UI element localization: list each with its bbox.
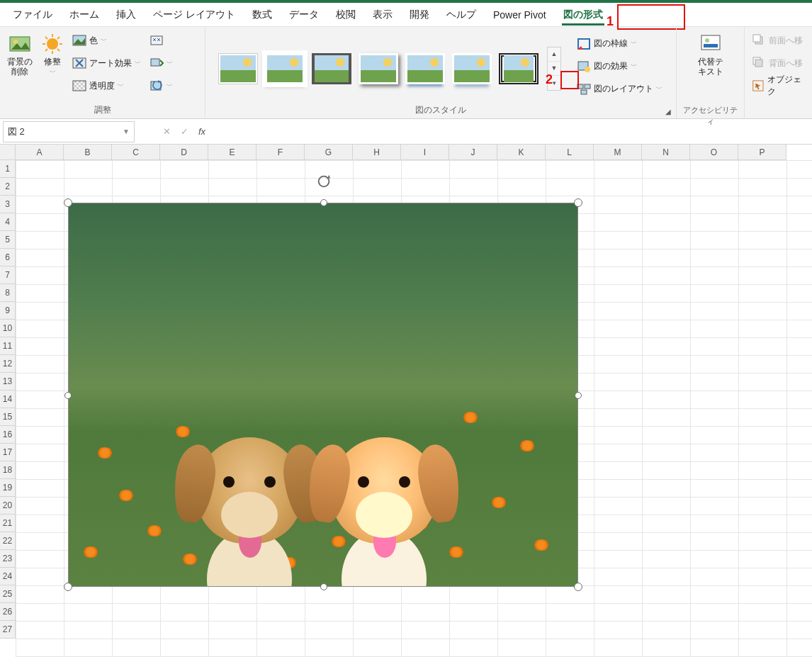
tab-power-pivot[interactable]: Power Pivot	[485, 5, 555, 25]
column-header[interactable]: M	[594, 145, 642, 160]
column-header[interactable]: D	[160, 145, 208, 160]
name-box-dropdown-icon[interactable]: ▼	[123, 128, 130, 135]
tab-developer[interactable]: 開発	[401, 4, 438, 26]
row-header[interactable]: 12	[0, 355, 16, 373]
row-header[interactable]: 18	[0, 461, 16, 479]
handle-n[interactable]	[320, 199, 327, 206]
tab-formulas[interactable]: 数式	[244, 4, 281, 26]
tab-view[interactable]: 表示	[364, 4, 401, 26]
column-header[interactable]: I	[401, 145, 449, 160]
column-header[interactable]: N	[642, 145, 690, 160]
row-header[interactable]: 9	[0, 302, 16, 320]
style-thumb-5[interactable]	[405, 53, 445, 84]
row-header[interactable]: 20	[0, 497, 16, 515]
row-header[interactable]: 13	[0, 373, 16, 391]
alt-text-icon	[699, 33, 722, 55]
row-header[interactable]: 6	[0, 249, 16, 266]
alt-text-label: 代替テ キスト	[698, 57, 723, 77]
handle-se[interactable]	[574, 583, 582, 591]
styles-launcher-icon[interactable]: ◢	[665, 108, 674, 116]
row-header[interactable]: 27	[0, 621, 16, 639]
row-header[interactable]: 23	[0, 550, 16, 568]
picture-border-button[interactable]: 図の枠線﹀	[574, 33, 665, 55]
tab-help[interactable]: ヘルプ	[438, 4, 485, 26]
row-header[interactable]: 3	[0, 196, 16, 213]
transparency-button[interactable]: 透明度﹀	[69, 75, 144, 96]
row-header[interactable]: 19	[0, 479, 16, 497]
reset-picture-button[interactable]: ﹀	[147, 75, 176, 96]
tab-data[interactable]: データ	[281, 4, 327, 26]
handle-s[interactable]	[320, 583, 327, 590]
column-header[interactable]: B	[64, 145, 112, 160]
picture-layout-button[interactable]: 図のレイアウト﹀	[574, 79, 665, 100]
select-all-corner[interactable]	[0, 145, 16, 160]
selection-pane-button[interactable]: オブジェク	[749, 75, 808, 96]
column-header[interactable]: K	[497, 145, 546, 160]
row-header[interactable]: 15	[0, 408, 16, 426]
style-thumb-3[interactable]	[312, 53, 351, 84]
handle-w[interactable]	[64, 392, 72, 399]
column-header[interactable]: E	[208, 145, 256, 160]
color-button[interactable]: 色﹀	[69, 30, 144, 51]
compress-pictures-button[interactable]	[147, 30, 176, 51]
row-header[interactable]: 1	[0, 160, 16, 178]
picture-effects-button[interactable]: 図の効果﹀	[574, 56, 665, 77]
column-header[interactable]: G	[305, 145, 353, 160]
column-header[interactable]: J	[449, 145, 497, 160]
style-thumb-1[interactable]	[218, 53, 258, 84]
row-header[interactable]: 16	[0, 426, 16, 444]
row-header[interactable]: 24	[0, 568, 16, 585]
fx-icon[interactable]: fx	[198, 126, 205, 137]
handle-ne[interactable]	[574, 198, 582, 207]
cancel-edit-icon[interactable]: ✕	[163, 126, 171, 137]
gallery-scroll-up[interactable]: ▲	[548, 47, 560, 62]
handle-nw[interactable]	[64, 198, 72, 207]
column-header[interactable]: P	[738, 145, 786, 160]
remove-background-button[interactable]: 背景の 削除	[4, 30, 35, 79]
row-header[interactable]: 7	[0, 266, 16, 284]
tab-review[interactable]: 校閲	[327, 4, 364, 26]
row-header[interactable]: 21	[0, 515, 16, 532]
row-header[interactable]: 14	[0, 391, 16, 408]
row-header[interactable]: 10	[0, 320, 16, 337]
column-header[interactable]: C	[112, 145, 160, 160]
style-thumb-7[interactable]	[499, 53, 538, 84]
style-thumb-2[interactable]	[265, 53, 305, 84]
tab-insert[interactable]: 挿入	[108, 4, 145, 26]
handle-sw[interactable]	[64, 583, 72, 591]
column-header[interactable]: F	[256, 145, 305, 160]
column-header[interactable]: H	[353, 145, 401, 160]
inserted-picture[interactable]	[68, 203, 578, 587]
confirm-edit-icon[interactable]: ✓	[181, 126, 188, 137]
rotate-handle[interactable]	[316, 174, 332, 189]
row-header[interactable]: 25	[0, 585, 16, 603]
change-picture-button[interactable]: ﹀	[147, 52, 176, 74]
row-header[interactable]: 5	[0, 231, 16, 249]
row-header[interactable]: 26	[0, 603, 16, 621]
style-thumb-6[interactable]	[452, 53, 492, 84]
send-backward-button[interactable]: 背面へ移	[749, 52, 808, 74]
alt-text-button[interactable]: 代替テ キスト	[695, 30, 726, 79]
tab-file[interactable]: ファイル	[4, 4, 61, 26]
style-thumb-4[interactable]	[359, 53, 398, 84]
bring-forward-button[interactable]: 前面へ移	[749, 30, 808, 51]
handle-e[interactable]	[575, 392, 582, 399]
column-header[interactable]: L	[546, 145, 594, 160]
formula-input[interactable]	[211, 121, 809, 142]
row-header[interactable]: 4	[0, 213, 16, 231]
column-header[interactable]: O	[690, 145, 738, 160]
corrections-button[interactable]: 修整﹀	[38, 30, 67, 80]
artistic-effects-button[interactable]: アート効果﹀	[69, 52, 144, 74]
row-header[interactable]: 11	[0, 337, 16, 355]
column-header[interactable]: A	[16, 145, 64, 160]
tab-home[interactable]: ホーム	[61, 4, 108, 26]
tab-picture-format[interactable]: 図の形式	[555, 4, 611, 26]
tab-page-layout[interactable]: ページ レイアウト	[145, 4, 244, 26]
reset-picture-icon	[150, 79, 164, 93]
row-header[interactable]: 2	[0, 178, 16, 196]
row-header[interactable]: 22	[0, 532, 16, 550]
row-header[interactable]: 17	[0, 444, 16, 461]
name-box[interactable]: 図 2 ▼	[3, 121, 135, 142]
transparency-icon	[72, 79, 86, 93]
row-header[interactable]: 8	[0, 284, 16, 302]
